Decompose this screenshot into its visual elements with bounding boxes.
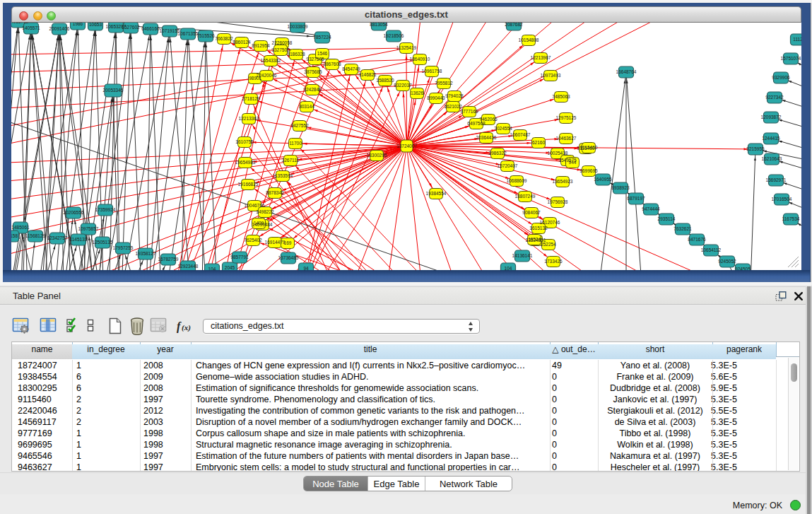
svg-text:22420046: 22420046 [257, 73, 277, 78]
svg-text:1986: 1986 [73, 23, 83, 26]
svg-text:17016504: 17016504 [772, 197, 792, 201]
svg-text:10154808: 10154808 [519, 37, 539, 42]
svg-text:19384554: 19384554 [426, 191, 447, 196]
svg-text:1409: 1409 [254, 221, 264, 226]
svg-text:17957255: 17957255 [113, 245, 134, 250]
svg-text:8215955: 8215955 [746, 146, 765, 151]
svg-text:19756928: 19756928 [548, 199, 568, 204]
svg-text:13626: 13626 [411, 90, 423, 95]
svg-text:8454749: 8454749 [342, 66, 360, 71]
svg-text:12975125: 12975125 [556, 115, 577, 120]
svg-text:9242848: 9242848 [303, 87, 322, 92]
svg-text:14055712: 14055712 [11, 23, 29, 24]
svg-text:9327505: 9327505 [306, 57, 324, 62]
svg-text:19166825: 19166825 [238, 182, 259, 187]
svg-text:1145131: 1145131 [70, 237, 88, 242]
svg-text:11700: 11700 [289, 141, 302, 146]
svg-text:11325419: 11325419 [396, 45, 417, 50]
svg-text:1640955: 1640955 [594, 177, 612, 182]
svg-text:1405571: 1405571 [22, 25, 40, 30]
svg-text:10033809: 10033809 [288, 24, 308, 29]
svg-text:9857791: 9857791 [230, 255, 249, 259]
svg-text:18300295: 18300295 [367, 153, 387, 158]
svg-text:1621022: 1621022 [444, 104, 462, 109]
svg-text:12093872: 12093872 [761, 115, 782, 119]
svg-text:104: 104 [208, 267, 216, 270]
svg-text:8878342: 8878342 [266, 190, 284, 195]
svg-text:9474444: 9474444 [642, 206, 660, 211]
svg-text:16648764: 16648764 [616, 69, 637, 74]
svg-text:944: 944 [569, 160, 577, 165]
svg-text:2718129: 2718129 [242, 96, 260, 101]
svg-text:15751074: 15751074 [781, 56, 801, 61]
svg-text:7485063: 7485063 [552, 94, 570, 99]
svg-text:20206556: 20206556 [64, 210, 84, 215]
svg-text:7462066: 7462066 [479, 117, 498, 122]
svg-text:22260058: 22260058 [272, 40, 293, 45]
svg-text:12923448: 12923448 [178, 264, 199, 269]
svg-text:169: 169 [284, 240, 292, 245]
svg-text:1498222: 1498222 [256, 209, 274, 214]
svg-text:10975857: 10975857 [78, 226, 99, 231]
svg-text:6497568: 6497568 [467, 121, 486, 126]
svg-text:9699695: 9699695 [579, 168, 598, 173]
svg-text:9146821: 9146821 [358, 72, 377, 77]
svg-text:1527602: 1527602 [122, 25, 140, 30]
svg-text:12342757: 12342757 [47, 235, 68, 240]
svg-text:1485061: 1485061 [11, 225, 30, 230]
svg-text:2045: 2045 [225, 265, 235, 270]
svg-text:8938923: 8938923 [611, 185, 630, 190]
svg-text:10719155: 10719155 [160, 28, 180, 33]
svg-text:3267110: 3267110 [282, 158, 300, 163]
svg-text:7955812: 7955812 [435, 81, 453, 86]
svg-text:10961758: 10961758 [422, 69, 442, 74]
svg-text:8471676: 8471676 [688, 237, 706, 242]
svg-text:19524: 19524 [528, 237, 541, 242]
svg-text:1244415: 1244415 [762, 136, 780, 141]
svg-text:10046766: 10046766 [245, 203, 265, 208]
svg-text:9329906: 9329906 [772, 75, 790, 80]
svg-text:17359924: 17359924 [95, 207, 116, 212]
svg-text:20364436: 20364436 [476, 135, 497, 140]
svg-text:104: 104 [505, 266, 512, 270]
svg-text:8186328: 8186328 [287, 52, 305, 57]
svg-text:1615132: 1615132 [529, 226, 548, 230]
svg-text:16914479: 16914479 [265, 240, 286, 245]
svg-text:20053346: 20053346 [103, 88, 124, 93]
svg-text:10654112: 10654112 [701, 247, 722, 252]
svg-text:6466160: 6466160 [141, 26, 160, 31]
svg-text:11353594: 11353594 [273, 173, 293, 178]
svg-text:18640910: 18640910 [410, 57, 430, 62]
svg-text:7857224: 7857224 [313, 35, 331, 40]
svg-text:12213363: 12213363 [239, 116, 259, 121]
svg-text:94: 94 [303, 266, 309, 270]
svg-text:803144: 803144 [299, 104, 314, 109]
svg-text:1733426: 1733426 [544, 259, 563, 264]
svg-text:9427552: 9427552 [290, 123, 309, 128]
svg-text:15692971: 15692971 [766, 177, 787, 182]
svg-text:14136141: 14136141 [512, 253, 533, 258]
svg-text:16120746: 16120746 [540, 220, 560, 225]
svg-text:7625402: 7625402 [244, 238, 262, 243]
svg-text:10463627: 10463627 [556, 136, 577, 141]
svg-text:2867608: 2867608 [323, 62, 341, 66]
svg-text:10025438: 10025438 [548, 151, 568, 156]
svg-text:20091406: 20091406 [49, 26, 70, 31]
svg-text:8860124: 8860124 [233, 40, 251, 45]
svg-text:15720407: 15720407 [498, 163, 518, 168]
svg-text:1546: 1546 [317, 51, 328, 56]
svg-text:8322037: 8322037 [394, 83, 412, 88]
svg-text:13654923: 13654923 [553, 179, 573, 184]
svg-text:19358127: 19358127 [136, 251, 156, 256]
svg-text:18807249: 18807249 [515, 194, 536, 199]
svg-text:1112: 1112 [793, 37, 801, 42]
svg-text:6879197: 6879197 [627, 196, 645, 201]
svg-text:9245052: 9245052 [718, 259, 736, 264]
svg-text:16543382: 16543382 [261, 58, 281, 63]
svg-text:12505135: 12505135 [93, 240, 113, 245]
svg-text:252254: 252254 [541, 242, 556, 247]
svg-text:18724007: 18724007 [396, 144, 417, 148]
svg-text:10607487: 10607487 [510, 132, 531, 137]
svg-text:924505: 924505 [735, 267, 751, 270]
svg-text:2935114: 2935114 [658, 216, 676, 221]
